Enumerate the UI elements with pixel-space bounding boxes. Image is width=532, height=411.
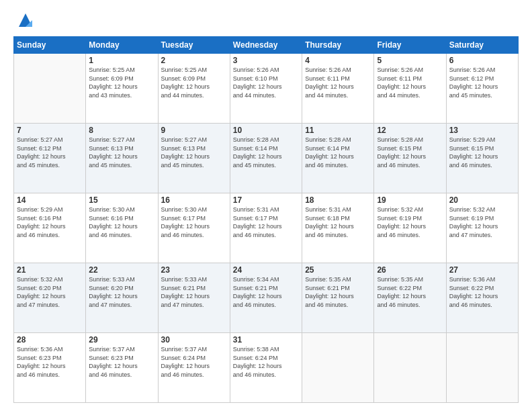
day-info: Sunrise: 5:32 AM Sunset: 6:19 PM Dayligh… — [449, 205, 515, 239]
table-row: 5Sunrise: 5:26 AM Sunset: 6:11 PM Daylig… — [374, 54, 446, 124]
calendar-header-row: Sunday Monday Tuesday Wednesday Thursday… — [14, 37, 519, 54]
day-info: Sunrise: 5:35 AM Sunset: 6:21 PM Dayligh… — [305, 275, 371, 309]
day-number: 6 — [449, 56, 515, 65]
day-info: Sunrise: 5:29 AM Sunset: 6:15 PM Dayligh… — [449, 136, 515, 169]
table-row: 24Sunrise: 5:34 AM Sunset: 6:21 PM Dayli… — [230, 263, 302, 333]
day-number: 11 — [305, 126, 371, 135]
day-number: 1 — [89, 56, 154, 65]
day-info: Sunrise: 5:27 AM Sunset: 6:12 PM Dayligh… — [17, 136, 83, 169]
day-info: Sunrise: 5:26 AM Sunset: 6:11 PM Dayligh… — [305, 66, 371, 99]
table-row — [302, 333, 374, 403]
table-row: 4Sunrise: 5:26 AM Sunset: 6:11 PM Daylig… — [302, 54, 374, 124]
day-info: Sunrise: 5:26 AM Sunset: 6:10 PM Dayligh… — [233, 66, 299, 99]
day-number: 28 — [17, 335, 83, 345]
page: Sunday Monday Tuesday Wednesday Thursday… — [0, 0, 532, 411]
day-number: 2 — [161, 56, 227, 65]
col-wednesday: Wednesday — [230, 37, 302, 54]
table-row: 18Sunrise: 5:31 AM Sunset: 6:18 PM Dayli… — [302, 193, 374, 263]
day-number: 23 — [161, 265, 227, 275]
table-row: 1Sunrise: 5:25 AM Sunset: 6:09 PM Daylig… — [86, 54, 158, 124]
col-friday: Friday — [374, 37, 446, 54]
calendar-week-row: 21Sunrise: 5:32 AM Sunset: 6:20 PM Dayli… — [14, 263, 519, 333]
day-number: 15 — [89, 195, 154, 205]
logo-icon — [16, 11, 35, 30]
table-row: 21Sunrise: 5:32 AM Sunset: 6:20 PM Dayli… — [14, 263, 86, 333]
table-row: 28Sunrise: 5:36 AM Sunset: 6:23 PM Dayli… — [14, 333, 86, 403]
day-info: Sunrise: 5:36 AM Sunset: 6:23 PM Dayligh… — [17, 345, 83, 379]
day-number: 4 — [305, 56, 371, 65]
day-info: Sunrise: 5:36 AM Sunset: 6:22 PM Dayligh… — [449, 275, 515, 309]
table-row: 23Sunrise: 5:33 AM Sunset: 6:21 PM Dayli… — [158, 263, 230, 333]
col-thursday: Thursday — [302, 37, 374, 54]
day-info: Sunrise: 5:37 AM Sunset: 6:24 PM Dayligh… — [161, 345, 227, 379]
col-monday: Monday — [86, 37, 158, 54]
day-number: 14 — [17, 195, 83, 205]
table-row: 30Sunrise: 5:37 AM Sunset: 6:24 PM Dayli… — [158, 333, 230, 403]
day-number: 5 — [377, 56, 443, 65]
table-row: 25Sunrise: 5:35 AM Sunset: 6:21 PM Dayli… — [302, 263, 374, 333]
calendar-week-row: 1Sunrise: 5:25 AM Sunset: 6:09 PM Daylig… — [14, 54, 519, 124]
calendar-week-row: 14Sunrise: 5:29 AM Sunset: 6:16 PM Dayli… — [14, 193, 519, 263]
day-number: 29 — [89, 335, 154, 345]
day-number: 10 — [233, 126, 299, 135]
table-row: 27Sunrise: 5:36 AM Sunset: 6:22 PM Dayli… — [446, 263, 518, 333]
table-row: 16Sunrise: 5:30 AM Sunset: 6:17 PM Dayli… — [158, 193, 230, 263]
day-number: 9 — [161, 126, 227, 135]
col-saturday: Saturday — [446, 37, 518, 54]
day-info: Sunrise: 5:38 AM Sunset: 6:24 PM Dayligh… — [233, 345, 299, 379]
day-number: 25 — [305, 265, 371, 275]
day-info: Sunrise: 5:30 AM Sunset: 6:17 PM Dayligh… — [161, 205, 227, 239]
calendar-week-row: 7Sunrise: 5:27 AM Sunset: 6:12 PM Daylig… — [14, 124, 519, 193]
table-row: 8Sunrise: 5:27 AM Sunset: 6:13 PM Daylig… — [86, 124, 158, 193]
day-info: Sunrise: 5:26 AM Sunset: 6:11 PM Dayligh… — [377, 66, 443, 99]
day-info: Sunrise: 5:32 AM Sunset: 6:19 PM Dayligh… — [377, 205, 443, 239]
day-number: 17 — [233, 195, 299, 205]
day-info: Sunrise: 5:31 AM Sunset: 6:18 PM Dayligh… — [305, 205, 371, 239]
table-row: 11Sunrise: 5:28 AM Sunset: 6:14 PM Dayli… — [302, 124, 374, 193]
day-info: Sunrise: 5:26 AM Sunset: 6:12 PM Dayligh… — [449, 66, 515, 99]
day-info: Sunrise: 5:25 AM Sunset: 6:09 PM Dayligh… — [161, 66, 227, 99]
day-number: 24 — [233, 265, 299, 275]
day-info: Sunrise: 5:31 AM Sunset: 6:17 PM Dayligh… — [233, 205, 299, 239]
table-row: 26Sunrise: 5:35 AM Sunset: 6:22 PM Dayli… — [374, 263, 446, 333]
table-row: 7Sunrise: 5:27 AM Sunset: 6:12 PM Daylig… — [14, 124, 86, 193]
day-number: 16 — [161, 195, 227, 205]
day-number: 8 — [89, 126, 154, 135]
calendar-week-row: 28Sunrise: 5:36 AM Sunset: 6:23 PM Dayli… — [14, 333, 519, 403]
day-info: Sunrise: 5:33 AM Sunset: 6:21 PM Dayligh… — [161, 275, 227, 309]
day-number: 20 — [449, 195, 515, 205]
day-info: Sunrise: 5:32 AM Sunset: 6:20 PM Dayligh… — [17, 275, 83, 309]
col-tuesday: Tuesday — [158, 37, 230, 54]
day-number: 31 — [233, 335, 299, 345]
day-info: Sunrise: 5:28 AM Sunset: 6:14 PM Dayligh… — [233, 136, 299, 169]
day-info: Sunrise: 5:27 AM Sunset: 6:13 PM Dayligh… — [89, 136, 154, 169]
day-info: Sunrise: 5:28 AM Sunset: 6:15 PM Dayligh… — [377, 136, 443, 169]
day-number: 21 — [17, 265, 83, 275]
table-row: 19Sunrise: 5:32 AM Sunset: 6:19 PM Dayli… — [374, 193, 446, 263]
day-number: 19 — [377, 195, 443, 205]
table-row: 12Sunrise: 5:28 AM Sunset: 6:15 PM Dayli… — [374, 124, 446, 193]
day-info: Sunrise: 5:27 AM Sunset: 6:13 PM Dayligh… — [161, 136, 227, 169]
day-number: 12 — [377, 126, 443, 135]
table-row: 9Sunrise: 5:27 AM Sunset: 6:13 PM Daylig… — [158, 124, 230, 193]
col-sunday: Sunday — [14, 37, 86, 54]
table-row: 10Sunrise: 5:28 AM Sunset: 6:14 PM Dayli… — [230, 124, 302, 193]
day-info: Sunrise: 5:35 AM Sunset: 6:22 PM Dayligh… — [377, 275, 443, 309]
day-number: 18 — [305, 195, 371, 205]
calendar-table: Sunday Monday Tuesday Wednesday Thursday… — [13, 36, 519, 403]
day-number: 22 — [89, 265, 154, 275]
table-row: 22Sunrise: 5:33 AM Sunset: 6:20 PM Dayli… — [86, 263, 158, 333]
table-row: 29Sunrise: 5:37 AM Sunset: 6:23 PM Dayli… — [86, 333, 158, 403]
day-number: 26 — [377, 265, 443, 275]
table-row: 2Sunrise: 5:25 AM Sunset: 6:09 PM Daylig… — [158, 54, 230, 124]
day-number: 27 — [449, 265, 515, 275]
table-row: 20Sunrise: 5:32 AM Sunset: 6:19 PM Dayli… — [446, 193, 518, 263]
day-info: Sunrise: 5:29 AM Sunset: 6:16 PM Dayligh… — [17, 205, 83, 239]
day-info: Sunrise: 5:33 AM Sunset: 6:20 PM Dayligh… — [89, 275, 154, 309]
table-row: 31Sunrise: 5:38 AM Sunset: 6:24 PM Dayli… — [230, 333, 302, 403]
table-row: 6Sunrise: 5:26 AM Sunset: 6:12 PM Daylig… — [446, 54, 518, 124]
day-info: Sunrise: 5:30 AM Sunset: 6:16 PM Dayligh… — [89, 205, 154, 239]
table-row — [14, 54, 86, 124]
table-row: 17Sunrise: 5:31 AM Sunset: 6:17 PM Dayli… — [230, 193, 302, 263]
table-row: 3Sunrise: 5:26 AM Sunset: 6:10 PM Daylig… — [230, 54, 302, 124]
